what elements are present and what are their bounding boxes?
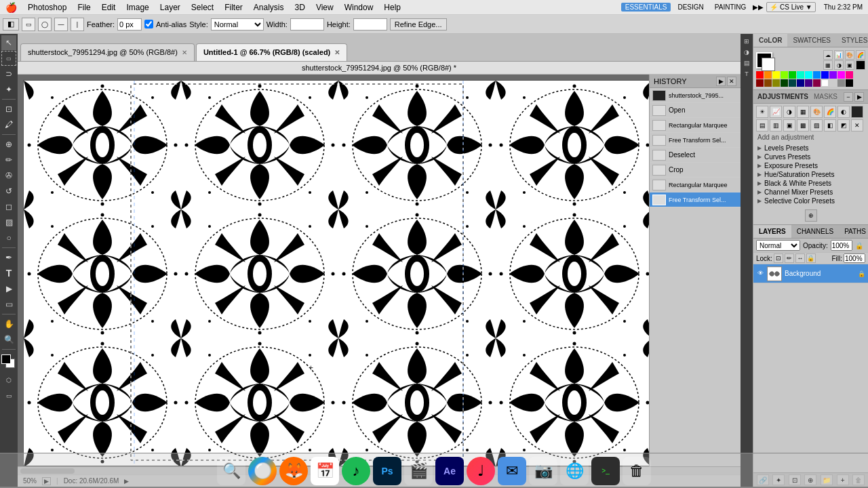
history-item-rect-marquee[interactable]: Rectangular Marquee: [650, 118, 741, 133]
swatch-yellow[interactable]: [772, 71, 780, 79]
marquee-shape-single-col[interactable]: |: [71, 18, 84, 31]
fill-input[interactable]: [844, 253, 865, 263]
adj-brightness[interactable]: ☀: [756, 106, 768, 118]
adj-photo-filter[interactable]: [851, 106, 863, 118]
history-item-deselect[interactable]: Deselect: [650, 148, 741, 163]
history-item-free-transform-2[interactable]: Free Transform Sel...: [650, 192, 741, 207]
tab-styles[interactable]: STYLES: [836, 34, 868, 47]
swatch-light-gray[interactable]: [829, 79, 837, 87]
swatch-pink[interactable]: [837, 71, 845, 79]
hand-tool[interactable]: ✋: [1, 317, 16, 331]
color-icon-7[interactable]: ▣: [845, 60, 854, 70]
adj-vibrance[interactable]: ▦: [797, 106, 809, 118]
adj-posterize[interactable]: ▩: [797, 119, 809, 131]
tab-color[interactable]: CoLOR: [753, 34, 787, 47]
swatch-red[interactable]: [756, 71, 764, 79]
brush-tool[interactable]: ✏: [1, 152, 16, 167]
lock-transparent-btn[interactable]: ⊡: [774, 253, 783, 263]
foreground-color[interactable]: [1, 354, 11, 364]
swatch-cyan[interactable]: [805, 71, 812, 79]
adj-exposure[interactable]: ◑: [783, 106, 795, 118]
canvas-wrapper[interactable]: +: [18, 75, 649, 466]
cs-live-btn[interactable]: ⚡ CS Live ▼: [766, 2, 815, 12]
bg-color-box[interactable]: [762, 58, 775, 71]
menu-photoshop[interactable]: Photoshop: [22, 1, 72, 14]
dock-browser[interactable]: 🌐: [560, 457, 589, 485]
marquee-shape-rect[interactable]: ▭: [22, 18, 35, 31]
menu-edit[interactable]: Edit: [96, 1, 121, 14]
adj-collapse[interactable]: −: [844, 92, 853, 102]
swatch-yellow-green[interactable]: [781, 71, 788, 79]
dock-premiere[interactable]: Ae: [435, 457, 464, 485]
history-item-open[interactable]: Open: [650, 103, 741, 118]
dock-photoshop[interactable]: Ps: [373, 457, 401, 485]
adj-hue-sat[interactable]: 🎨: [810, 106, 823, 118]
dock-firefox[interactable]: 🦊: [279, 457, 308, 485]
swatch-white[interactable]: [821, 79, 829, 87]
quick-select-tool[interactable]: ✦: [1, 82, 16, 97]
adj-color-balance[interactable]: 🌈: [824, 106, 836, 118]
dock-itunes[interactable]: ♩: [467, 457, 495, 485]
history-item-crop[interactable]: Crop: [650, 163, 741, 178]
style-select[interactable]: Normal Fixed Ratio Fixed Size: [211, 18, 264, 30]
dock-terminal[interactable]: >_: [591, 457, 620, 485]
move-tool[interactable]: ↖: [1, 35, 16, 50]
eraser-tool[interactable]: ◻: [1, 199, 16, 214]
refine-edge-button[interactable]: Refine Edge...: [390, 18, 447, 30]
swatch-teal[interactable]: [797, 71, 804, 79]
anti-alias-checkbox[interactable]: [144, 20, 153, 28]
tab-close-1[interactable]: ✕: [334, 49, 340, 56]
apple-menu[interactable]: 🍎: [0, 2, 22, 13]
lock-position-btn[interactable]: ↔: [795, 253, 805, 263]
screen-mode-btn[interactable]: ▭: [1, 388, 16, 403]
menu-image[interactable]: Image: [121, 1, 154, 14]
lock-image-btn[interactable]: ✏: [785, 253, 794, 263]
adj-selective-color[interactable]: ◩: [837, 119, 850, 131]
history-item-free-transform-1[interactable]: Free Transform Sel...: [650, 133, 741, 148]
menu-file[interactable]: File: [72, 1, 96, 14]
strip-icon-2[interactable]: ◑: [742, 47, 751, 57]
adj-threshold[interactable]: ▨: [810, 119, 823, 131]
adj-color-lookup[interactable]: ▥: [770, 119, 782, 131]
path-select-tool[interactable]: ▶: [1, 281, 16, 296]
swatch-dark-pink[interactable]: [846, 71, 853, 79]
tab-shutterstock[interactable]: shutterstock_79951294.jpg @ 50% (RGB/8#)…: [20, 43, 195, 61]
dock-trash[interactable]: 🗑: [623, 457, 651, 485]
clone-stamp-tool[interactable]: ✇: [1, 168, 16, 183]
swatch-dark-green[interactable]: [781, 79, 788, 87]
tab-untitled[interactable]: Untitled-1 @ 66.7% (RGB/8) (scaled) ✕: [196, 43, 347, 61]
swatch-black[interactable]: [846, 79, 853, 87]
lasso-tool[interactable]: ⊃: [1, 66, 16, 81]
color-icon-4[interactable]: 🌈: [856, 50, 865, 60]
menu-analysis[interactable]: Analysis: [248, 1, 290, 14]
layers-tab-paths[interactable]: PATHS: [839, 225, 868, 238]
marquee-shape-single-row[interactable]: —: [54, 18, 68, 31]
dock-spotify[interactable]: ♪: [342, 457, 370, 485]
swatch-blue[interactable]: [821, 71, 829, 79]
fg-color-box[interactable]: [756, 52, 772, 68]
adj-more[interactable]: ✕: [851, 119, 863, 131]
color-icon-8[interactable]: [856, 60, 865, 70]
swatch-dark-yellow[interactable]: [772, 79, 780, 87]
pen-tool[interactable]: ✒: [1, 250, 16, 265]
layer-visibility-eye[interactable]: 👁: [756, 270, 764, 278]
adj-bw[interactable]: ◐: [837, 106, 850, 118]
menu-view[interactable]: View: [311, 1, 339, 14]
dock-chrome[interactable]: ⚪: [248, 457, 277, 485]
swatch-dark-magenta[interactable]: [813, 79, 821, 87]
crop-tool[interactable]: ⊡: [1, 102, 16, 117]
lock-all-btn[interactable]: 🔒: [806, 253, 816, 263]
dodge-tool[interactable]: ○: [1, 230, 16, 245]
workspace-arrow[interactable]: ▶▶: [753, 3, 764, 11]
adj-preset-huesat[interactable]: ▶ Hue/Saturation Presets: [753, 170, 868, 179]
layers-tab-channels[interactable]: CHANNELS: [791, 225, 839, 238]
adj-panel-icon[interactable]: ⊕: [805, 209, 817, 222]
healing-brush-tool[interactable]: ⊕: [1, 137, 16, 152]
blend-mode-select[interactable]: Normal Multiply Screen: [756, 240, 800, 251]
essentials-btn[interactable]: ESSENTIALS: [621, 3, 671, 12]
history-brush-tool[interactable]: ↺: [1, 184, 16, 199]
swatch-dark-blue[interactable]: [797, 79, 804, 87]
color-icon-5[interactable]: ▦: [823, 60, 833, 70]
menu-filter[interactable]: Filter: [219, 1, 248, 14]
dock-calendar[interactable]: 📅: [311, 457, 339, 485]
